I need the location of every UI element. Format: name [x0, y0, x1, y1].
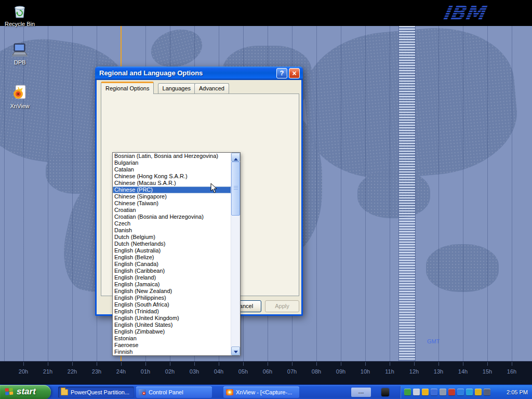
language-option[interactable]: English (Australia) — [113, 247, 231, 254]
laptop-icon — [10, 43, 29, 58]
display-icon[interactable] — [440, 389, 446, 395]
timezone-tick — [438, 362, 439, 366]
tab-advanced[interactable]: Advanced — [194, 83, 229, 94]
language-option[interactable]: Czech — [113, 220, 231, 227]
timezone-label: 13h — [431, 368, 446, 375]
tab-regional-options[interactable]: Regional Options — [101, 82, 154, 94]
timezone-label: 15h — [480, 368, 495, 375]
network-icon[interactable] — [431, 389, 437, 395]
messenger-icon[interactable] — [466, 389, 473, 395]
help-button[interactable]: ? — [276, 68, 287, 78]
timezone-label: 11h — [382, 368, 397, 375]
taskbar: start PowerQuest Partition... Control Pa… — [0, 384, 532, 399]
language-option[interactable]: Estonian — [113, 335, 231, 342]
timezone-label: 05h — [236, 368, 250, 375]
language-option[interactable]: English (United Kingdom) — [113, 315, 231, 322]
timezone-label: 22h — [65, 368, 79, 375]
task-button-control-panel[interactable]: Control Panel — [136, 387, 212, 398]
language-option[interactable]: Bosnian (Latin, Bosnia and Herzegovina) — [113, 153, 231, 159]
task-button-powerquest[interactable]: PowerQuest Partition... — [58, 387, 134, 398]
timezone-hour-band: 20h21h22h23h24h01h02h03h04h05h06h07h08h0… — [0, 361, 532, 385]
antivirus-icon[interactable] — [448, 389, 455, 395]
language-option[interactable]: English (Canada) — [113, 261, 231, 268]
timezone-label: 04h — [211, 368, 226, 375]
timezone-label: 23h — [89, 368, 104, 375]
taskbar-clock[interactable]: 2:05 PM — [507, 385, 528, 399]
language-option[interactable]: Chinese (Hong Kong S.A.R.) — [113, 173, 231, 180]
timezone-label: 16h — [504, 368, 519, 375]
timezone-tick — [487, 362, 488, 366]
language-option[interactable]: Danish — [113, 227, 231, 234]
task-button-label: PowerQuest Partition... — [71, 389, 129, 395]
windows-flag-icon — [5, 388, 14, 396]
scroll-down-icon[interactable] — [231, 347, 240, 355]
language-option[interactable]: English (New Zealand) — [113, 288, 231, 295]
timezone-tick — [219, 362, 219, 366]
folder-icon — [61, 389, 68, 395]
date-line-hatch — [398, 26, 416, 361]
language-option[interactable]: Catalan — [113, 166, 231, 173]
dialog-titlebar[interactable]: Regional and Language Options ? × — [95, 66, 303, 80]
language-option[interactable]: English (South Africa) — [113, 301, 231, 308]
language-option[interactable]: Chinese (Singapore) — [113, 193, 231, 200]
timezone-label: 10h — [358, 368, 373, 375]
timezone-tick — [463, 362, 463, 366]
timezone-label: 08h — [309, 368, 324, 375]
language-option[interactable]: Dutch (Belgium) — [113, 234, 231, 241]
control-panel-icon — [139, 389, 146, 395]
task-button-xnview[interactable]: XnView - [<Capture-... — [223, 387, 299, 398]
dropdown-scrollbar[interactable] — [231, 153, 240, 355]
xnview-icon — [226, 389, 233, 395]
start-button[interactable]: start — [0, 385, 51, 399]
language-option[interactable]: English (Caribbean) — [113, 268, 231, 274]
timezone-label: 20h — [16, 368, 31, 375]
timezone-label: 01h — [138, 368, 153, 375]
timezone-tick — [48, 362, 48, 366]
language-option[interactable]: Dutch (Netherlands) — [113, 241, 231, 247]
desktop-icon-label: XnView — [10, 103, 29, 109]
scroll-up-icon[interactable] — [231, 153, 240, 162]
timezone-tick — [316, 362, 317, 366]
language-option[interactable]: English (Ireland) — [113, 274, 231, 281]
toolbar-separator[interactable]: --- — [351, 388, 371, 397]
timezone-label: 02h — [163, 368, 177, 375]
desktop-icon-dpb[interactable]: DPB — [1, 43, 38, 65]
desktop-icon-recycle-bin[interactable]: Recycle Bin — [1, 2, 38, 27]
timezone-tick — [121, 362, 122, 366]
scheduler-icon[interactable] — [457, 389, 464, 395]
timezone-label: 12h — [407, 368, 421, 375]
recycle-bin-icon — [11, 2, 28, 20]
language-option[interactable]: Croatian (Bosnia and Herzegovina) — [113, 214, 231, 220]
timezone-tick — [390, 362, 390, 366]
scrollbar-thumb[interactable] — [231, 162, 240, 216]
svg-text:IBM: IBM — [441, 1, 489, 24]
language-option[interactable]: Finnish — [113, 349, 231, 355]
timezone-tick — [72, 362, 73, 366]
close-button[interactable]: × — [289, 68, 300, 78]
timezone-tick — [414, 362, 415, 366]
volume-icon[interactable] — [413, 389, 420, 395]
desktop-icon-label: Recycle Bin — [5, 21, 35, 27]
language-option[interactable]: English (Trinidad) — [113, 308, 231, 315]
language-option[interactable]: English (Zimbabwe) — [113, 328, 231, 335]
security-shield-icon[interactable] — [422, 389, 429, 395]
language-option[interactable]: English (Belize) — [113, 254, 231, 261]
language-option[interactable]: English (United States) — [113, 322, 231, 328]
timezone-label: 09h — [334, 368, 348, 375]
start-button-label: start — [17, 387, 36, 397]
language-option[interactable]: Chinese (Taiwan) — [113, 200, 231, 207]
language-option[interactable]: Bulgarian — [113, 159, 231, 166]
timezone-tick — [145, 362, 146, 366]
desktop-icon-xnview[interactable]: XnView — [1, 83, 38, 109]
timezone-label: 06h — [260, 368, 275, 375]
quick-launch-icon[interactable] — [381, 388, 389, 396]
language-option[interactable]: English (Jamaica) — [113, 281, 231, 288]
update-icon[interactable] — [475, 389, 482, 395]
language-option[interactable]: Croatian — [113, 207, 231, 214]
language-option[interactable]: English (Philippines) — [113, 295, 231, 301]
status-green-icon[interactable] — [404, 389, 411, 395]
xnview-icon — [10, 83, 29, 102]
tab-languages[interactable]: Languages — [158, 83, 195, 94]
language-option[interactable]: Faeroese — [113, 342, 231, 349]
device-icon[interactable] — [484, 389, 490, 395]
